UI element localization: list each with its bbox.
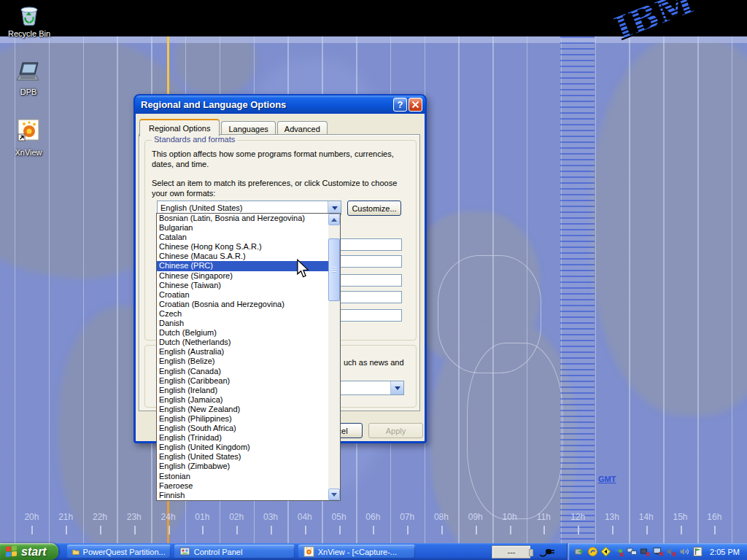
language-dropdown-popup: Bosnian (Latin, Bosnia and Herzegovina)B…	[156, 213, 341, 501]
start-button[interactable]: start	[0, 543, 58, 560]
network-computers-icon[interactable]	[627, 546, 638, 557]
tab-languages[interactable]: Languages	[221, 121, 275, 136]
task-label: XnView - [<Capture-...	[318, 548, 397, 556]
hour-label: 13h	[595, 510, 630, 540]
start-label: start	[21, 545, 47, 559]
language-list-item[interactable]: English (Trinidad)	[157, 433, 328, 443]
display-error-icon[interactable]	[653, 546, 664, 557]
language-list-item[interactable]: Chinese (Singapore)	[157, 271, 328, 281]
task-button-powerquest[interactable]: PowerQuest Partition...	[67, 545, 171, 559]
language-list-item[interactable]: Croatian	[157, 290, 328, 300]
language-list-item[interactable]: Danish	[157, 319, 328, 328]
task-button-xnview[interactable]: XnView - [<Capture-...	[298, 545, 415, 559]
combobox-dropdown-button[interactable]	[390, 381, 403, 394]
sample-time-field[interactable]	[340, 274, 402, 287]
language-list-item[interactable]: English (Philippines)	[157, 414, 328, 424]
ime-status-icon[interactable]	[587, 546, 598, 557]
taskbar: start PowerQuest Partition... Control Pa…	[0, 543, 747, 560]
language-list-item[interactable]: Chinese (Taiwan)	[157, 281, 328, 290]
language-list-item[interactable]: English (Caribbean)	[157, 376, 328, 386]
taskbar-clock[interactable]: 2:05 PM	[710, 548, 740, 556]
top-banner: IBM	[0, 0, 747, 36]
language-list-item[interactable]: English (South Africa)	[157, 424, 328, 433]
keyboard-flag-icon[interactable]	[692, 546, 703, 557]
chevron-up-icon	[331, 218, 337, 222]
scroll-down-button[interactable]	[328, 489, 340, 500]
task-label: Control Panel	[194, 548, 243, 556]
combobox-value: English (United States)	[158, 203, 328, 212]
scrollbar[interactable]	[328, 214, 340, 500]
language-list-item[interactable]: English (Australia)	[157, 347, 328, 357]
tab-advanced[interactable]: Advanced	[277, 121, 328, 136]
audio-muted-icon[interactable]	[666, 546, 677, 557]
gmt-hatched-band	[560, 36, 595, 543]
task-buttons: PowerQuest Partition... Control Panel	[67, 545, 415, 559]
close-button[interactable]	[409, 98, 422, 112]
language-list-item[interactable]: Chinese (Hong Kong S.A.R.)	[157, 242, 328, 252]
system-tray: 2:05 PM	[567, 543, 747, 560]
volume-icon[interactable]	[679, 546, 690, 557]
icon-label: XnView	[3, 148, 54, 157]
language-list-item[interactable]: English (Zimbabwe)	[157, 462, 328, 471]
language-list-item[interactable]: English (Canada)	[157, 367, 328, 376]
standards-description: This option affects how some programs fo…	[152, 149, 403, 169]
language-list-item[interactable]: English (Ireland)	[157, 386, 328, 395]
dialog-titlebar[interactable]: Regional and Language Options ?	[135, 96, 425, 114]
hour-label: 05h	[322, 510, 356, 540]
task-button-control-panel[interactable]: Control Panel	[174, 545, 295, 559]
language-list-item[interactable]: English (Jamaica)	[157, 395, 328, 405]
icon-label: Recycle Bin	[4, 29, 55, 38]
hour-label: 11h	[527, 510, 561, 540]
battery-meter[interactable]: ---	[492, 545, 530, 559]
apply-button[interactable]: Apply	[368, 423, 423, 438]
language-list-item[interactable]: Dutch (Belgium)	[157, 328, 328, 338]
tab-bar: Regional Options Languages Advanced	[139, 119, 329, 136]
language-list-item[interactable]: English (United States)	[157, 452, 328, 462]
hour-label: 09h	[458, 510, 492, 540]
customize-button[interactable]: Customize...	[347, 201, 401, 216]
language-list-item[interactable]: English (United Kingdom)	[157, 443, 328, 452]
language-list-item[interactable]: English (New Zealand)	[157, 405, 328, 414]
network-error-icon[interactable]	[640, 546, 651, 557]
hour-label: 20h	[15, 510, 49, 540]
scrollbar-thumb[interactable]	[328, 238, 340, 301]
sample-short-date-field[interactable]	[340, 291, 402, 303]
help-button[interactable]: ?	[393, 98, 407, 112]
language-list-item[interactable]: English (Belize)	[157, 357, 328, 366]
language-list-item[interactable]: Estonian	[157, 472, 328, 481]
recycle-bin-icon	[16, 3, 42, 28]
power-plug-icon[interactable]	[539, 546, 555, 558]
language-list-item[interactable]: Bosnian (Latin, Bosnia and Herzegovina)	[157, 214, 328, 223]
task-label: PowerQuest Partition...	[83, 548, 166, 556]
language-list-item[interactable]: Croatian (Bosnia and Herzegovina)	[157, 300, 328, 309]
language-list-item[interactable]: Catalan	[157, 233, 328, 242]
xnview-shortcut-icon	[15, 117, 42, 147]
sample-currency-field[interactable]	[340, 255, 402, 268]
hour-label: 08h	[425, 510, 459, 540]
language-list-item[interactable]: Faeroese	[157, 481, 328, 491]
sample-long-date-field[interactable]	[340, 309, 402, 322]
desktop-icon-xnview[interactable]: XnView	[3, 117, 54, 157]
tab-regional-options[interactable]: Regional Options	[139, 119, 220, 136]
caps-indicator-icon[interactable]	[600, 546, 611, 557]
chevron-down-icon	[331, 493, 337, 497]
hour-label: 12h	[561, 510, 595, 540]
location-combobox[interactable]	[340, 381, 404, 395]
language-list-item[interactable]: Bulgarian	[157, 223, 328, 233]
messenger-offline-icon[interactable]	[614, 546, 624, 557]
sample-number-field[interactable]	[340, 238, 402, 251]
removable-hardware-icon[interactable]	[574, 546, 585, 557]
scroll-up-button[interactable]	[328, 214, 340, 225]
language-list-item[interactable]: Chinese (Macau S.A.R.)	[157, 252, 328, 261]
language-list-item[interactable]: Finnish	[157, 491, 328, 500]
hour-label: 16h	[697, 510, 732, 540]
language-list-item[interactable]: Chinese (PRC)	[157, 261, 328, 271]
hour-label: 01h	[185, 510, 220, 540]
desktop-icon-dpb[interactable]: DPB	[3, 60, 54, 96]
laptop-icon	[15, 60, 42, 86]
language-list-item[interactable]: Dutch (Netherlands)	[157, 338, 328, 347]
language-list-item[interactable]: Czech	[157, 309, 328, 319]
desktop-icon-recycle-bin[interactable]: Recycle Bin	[4, 3, 55, 38]
screen: GMT 20h21h22h23h24h01h02h03h04h05h06h07h…	[0, 0, 747, 560]
map-greenland	[175, 36, 255, 95]
